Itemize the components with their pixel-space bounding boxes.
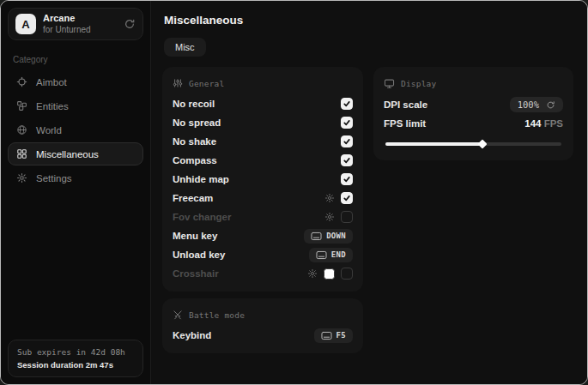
session-duration-text: Session duration 2m 47s bbox=[17, 360, 134, 370]
setting-row-keybind: Keybind F5 bbox=[173, 326, 353, 345]
page-title: Miscellaneous bbox=[164, 14, 573, 27]
sync-icon[interactable] bbox=[124, 18, 136, 30]
sidebar-nav: Aimbot Entities World bbox=[8, 70, 143, 190]
gear-icon[interactable] bbox=[307, 268, 318, 279]
setting-label: Freecam bbox=[173, 193, 213, 203]
keybind-value: DOWN bbox=[326, 232, 346, 240]
tab-misc[interactable]: Misc bbox=[164, 38, 206, 57]
setting-label: Menu key bbox=[173, 231, 217, 241]
setting-row-freecam: Freecam bbox=[173, 189, 353, 208]
sidebar-item-settings[interactable]: Settings bbox=[8, 166, 143, 189]
sidebar-item-entities[interactable]: Entities bbox=[8, 94, 143, 117]
panel-general-header: General bbox=[173, 78, 353, 88]
setting-label: Crosshair bbox=[173, 268, 219, 279]
sidebar-item-world[interactable]: World bbox=[8, 118, 143, 141]
checkbox[interactable] bbox=[341, 268, 353, 280]
dpi-scale-value: 100% bbox=[518, 99, 539, 110]
keybind-value: END bbox=[331, 250, 346, 259]
logo-text: Arcane for Unturned bbox=[43, 13, 91, 34]
sidebar-item-aimbot[interactable]: Aimbot bbox=[8, 70, 143, 93]
checkbox[interactable] bbox=[341, 135, 353, 147]
sub-expires-text: Sub expires in 42d 08h bbox=[17, 347, 134, 357]
logo-card: A Arcane for Unturned bbox=[8, 8, 143, 40]
checkbox[interactable] bbox=[341, 98, 353, 110]
setting-row-fps-limit: FPS limit 144 FPS bbox=[384, 114, 563, 133]
tab-bar: Misc bbox=[164, 38, 573, 57]
crosshair-icon bbox=[16, 76, 27, 87]
setting-row-crosshair: Crosshair bbox=[173, 264, 353, 283]
dpi-scale-control[interactable]: 100% bbox=[510, 97, 563, 112]
keybind-button[interactable]: END bbox=[309, 248, 353, 262]
fps-slider[interactable] bbox=[385, 142, 561, 146]
setting-label: Unhide map bbox=[173, 174, 229, 184]
globe-icon bbox=[16, 124, 27, 135]
reset-icon bbox=[546, 100, 555, 110]
app-name: Arcane bbox=[43, 13, 91, 24]
gear-icon bbox=[16, 172, 27, 183]
setting-row-unload-key: Unload key END bbox=[173, 245, 353, 264]
setting-label: No spread bbox=[173, 117, 221, 128]
setting-label: No shake bbox=[173, 136, 216, 147]
setting-row-fov-changer: Fov changer bbox=[173, 208, 353, 226]
setting-row-dpi-scale: DPI scale 100% bbox=[384, 95, 563, 114]
entities-icon bbox=[16, 100, 27, 111]
sidebar-item-label: World bbox=[36, 125, 62, 135]
panel-battle-mode: Battle mode Keybind F5 bbox=[162, 298, 363, 353]
panels-area: General No recoil No spread bbox=[162, 67, 573, 353]
setting-row-no-spread: No spread bbox=[173, 113, 353, 132]
fps-number: 144 bbox=[524, 118, 541, 129]
checkbox[interactable] bbox=[341, 154, 353, 166]
fps-slider-thumb[interactable] bbox=[477, 139, 487, 148]
sidebar-item-label: Miscellaneous bbox=[36, 149, 99, 159]
keyboard-icon bbox=[316, 250, 327, 260]
panel-display-header: Display bbox=[384, 78, 563, 89]
fps-limit-value: 144 FPS bbox=[524, 118, 563, 129]
panel-general: General No recoil No spread bbox=[162, 67, 363, 292]
panel-title: General bbox=[189, 79, 224, 88]
checkbox[interactable] bbox=[341, 173, 353, 185]
checkbox[interactable] bbox=[341, 211, 353, 223]
keyboard-icon bbox=[311, 232, 322, 241]
sidebar-item-miscellaneous[interactable]: Miscellaneous bbox=[8, 142, 143, 165]
app-subtitle: for Unturned bbox=[43, 25, 91, 35]
monitor-icon bbox=[384, 78, 395, 89]
keybind-button[interactable]: F5 bbox=[314, 328, 353, 343]
gear-icon[interactable] bbox=[324, 212, 335, 222]
keybind-value: F5 bbox=[336, 331, 346, 340]
right-column: Display DPI scale 100% bbox=[373, 67, 573, 160]
setting-label: DPI scale bbox=[384, 99, 427, 110]
sidebar-item-label: Settings bbox=[36, 173, 72, 183]
setting-label: Keybind bbox=[173, 330, 211, 340]
setting-label: Compass bbox=[173, 155, 217, 165]
setting-row-no-recoil: No recoil bbox=[173, 94, 353, 113]
sidebar-item-label: Aimbot bbox=[36, 77, 67, 87]
subscription-card: Sub expires in 42d 08h Session duration … bbox=[8, 340, 143, 377]
sidebar: A Arcane for Unturned Category Aimbot bbox=[1, 1, 151, 384]
panel-display: Display DPI scale 100% bbox=[373, 67, 573, 160]
keybind-button[interactable]: DOWN bbox=[304, 229, 353, 244]
fps-unit: FPS bbox=[544, 118, 563, 129]
app-window: A Arcane for Unturned Category Aimbot bbox=[0, 0, 588, 385]
keyboard-icon bbox=[321, 331, 332, 340]
left-column: General No recoil No spread bbox=[162, 67, 363, 353]
fps-slider-fill bbox=[385, 142, 482, 146]
setting-row-no-shake: No shake bbox=[173, 132, 353, 151]
setting-label: FPS limit bbox=[384, 118, 426, 129]
checkbox[interactable] bbox=[341, 192, 353, 204]
panel-title: Display bbox=[401, 79, 436, 88]
setting-label: Unload key bbox=[173, 250, 225, 260]
setting-label: Fov changer bbox=[173, 212, 231, 222]
gear-icon[interactable] bbox=[324, 193, 335, 203]
swords-icon bbox=[173, 310, 183, 320]
main-content: Miscellaneous Misc General bbox=[151, 1, 587, 384]
setting-row-unhide-map: Unhide map bbox=[173, 170, 353, 189]
category-label: Category bbox=[13, 55, 138, 64]
panel-title: Battle mode bbox=[189, 310, 245, 320]
color-swatch[interactable] bbox=[324, 268, 335, 280]
grid-icon bbox=[16, 148, 27, 159]
app-logo: A bbox=[15, 14, 36, 34]
sliders-icon bbox=[173, 78, 183, 88]
panel-battle-header: Battle mode bbox=[173, 310, 353, 320]
setting-label: No recoil bbox=[173, 99, 215, 109]
checkbox[interactable] bbox=[341, 117, 353, 129]
